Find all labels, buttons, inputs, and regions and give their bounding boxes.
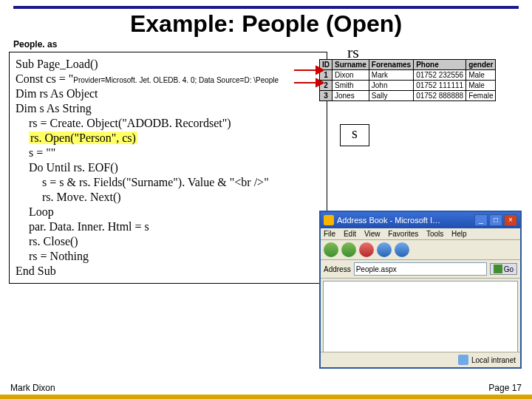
table-row: 1DixonMark01752 232556Male [320,70,496,81]
code-box: Sub Page_Load() Const cs = "Provider=Mic… [9,52,327,284]
footer-author: Mark Dixon [10,383,55,393]
table-row: 2SmithJohn01752 111111Male [320,81,496,91]
menu-edit[interactable]: Edit [344,230,356,238]
menu-favorites[interactable]: Favorites [388,230,418,238]
code-line: rs. Open("Person", cs) [16,131,322,146]
maximize-button[interactable]: □ [489,214,502,226]
browser-viewport [323,281,518,353]
menu-help[interactable]: Help [451,230,467,238]
th-phone: Phone [414,60,466,70]
close-button[interactable]: × [504,214,517,226]
th-surname: Surname [332,60,369,70]
table-row: 3JonesSally01752 888888Female [320,91,496,101]
window-title: Address Book - Microsoft I… [337,216,440,225]
arrow-icon [294,78,324,88]
stop-button[interactable] [359,242,374,257]
code-line: rs = Create. Object("ADODB. Recordset") [16,116,322,131]
code-line: rs. Move. Next() [16,190,322,205]
refresh-button[interactable] [377,242,392,257]
arrow-icon [294,65,324,75]
code-line: Loop [16,205,322,219]
menu-view[interactable]: View [364,230,381,238]
th-gender: gender [466,60,496,70]
code-line: Do Until rs. EOF() [16,160,322,175]
footer-page: Page 17 [488,383,522,393]
status-text: Local intranet [471,356,516,364]
code-line: s = "" [16,146,322,160]
back-button[interactable] [324,242,338,257]
home-button[interactable] [395,242,409,257]
forward-button[interactable] [341,242,356,257]
code-line: s = s & rs. Fields("Surname"). Value & "… [16,175,322,190]
address-input[interactable] [354,262,487,276]
slide-title: Example: People (Open) [0,10,532,38]
data-table: ID Surname Forenames Phone gender 1Dixon… [319,59,496,101]
menu-tools[interactable]: Tools [426,230,443,238]
code-line: Dim s As String [16,101,322,116]
browser-statusbar: Local intranet [321,352,520,367]
code-line: End Sub [16,264,322,279]
zone-icon [458,355,468,365]
svg-marker-1 [316,66,324,74]
code-line: Const cs = "Provider=Microsoft. Jet. OLE… [16,72,322,86]
browser-window: Address Book - Microsoft I… _ □ × File E… [319,211,522,369]
browser-toolbar [321,240,520,260]
address-label: Address [324,265,351,273]
code-line: par. Data. Inner. Html = s [16,219,322,234]
book-icon [324,215,334,225]
s-label: s [340,124,369,146]
code-line: rs = Nothing [16,249,322,264]
code-line: Dim rs As Object [16,86,322,101]
go-icon [494,265,502,273]
top-divider [13,6,519,9]
minimize-button[interactable]: _ [474,214,488,226]
go-button[interactable]: Go [490,263,517,275]
code-line: rs. Close() [16,234,322,249]
browser-titlebar: Address Book - Microsoft I… _ □ × [321,212,520,228]
bottom-bar [0,395,532,399]
code-line: Sub Page_Load() [16,57,322,72]
address-bar-row: Address Go [321,260,520,279]
slide: Example: People (Open) People. aspx Sub … [0,0,532,399]
th-forenames: Forenames [369,60,413,70]
menu-file[interactable]: File [324,230,335,238]
svg-marker-3 [316,79,324,86]
browser-menu[interactable]: File Edit View Favorites Tools Help [321,228,520,240]
